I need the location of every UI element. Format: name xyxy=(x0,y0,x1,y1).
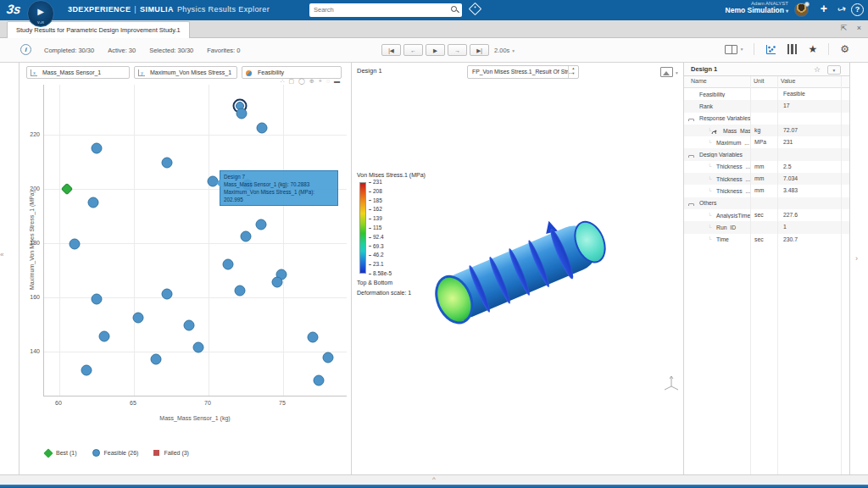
cell-unit xyxy=(750,221,777,233)
search-icon[interactable] xyxy=(451,6,457,12)
3d-viewer-panel[interactable]: Design 1 FP_Von Mises Stress.1_Result Of… xyxy=(352,63,683,474)
data-point[interactable] xyxy=(184,319,195,330)
table-row[interactable]: └Run_ID1 xyxy=(684,221,849,233)
spinner-up-icon[interactable]: ▴ xyxy=(572,66,574,70)
reset-view-icon[interactable]: ◌ xyxy=(326,78,330,85)
color-by-selector[interactable]: Feasibility xyxy=(242,66,342,79)
3dexperience-compass[interactable]: ▶ V+R xyxy=(27,0,54,27)
compass-vr-label: V+R xyxy=(28,20,53,25)
table-row[interactable]: └Timesec230.7 xyxy=(684,234,849,246)
data-point[interactable] xyxy=(88,197,99,208)
table-group-row[interactable]: −Design Variables xyxy=(684,148,849,160)
best-design-point[interactable] xyxy=(61,183,73,195)
data-point[interactable] xyxy=(222,258,233,269)
table-view-icon[interactable] xyxy=(787,44,797,54)
data-point[interactable] xyxy=(322,352,333,363)
collapse-minus-icon[interactable]: − xyxy=(688,203,694,207)
split-view-button[interactable]: ▾ xyxy=(725,45,743,54)
collapse-minus-icon[interactable]: − xyxy=(688,119,694,122)
user-block[interactable]: Adam ANALYST Nemo Simulation▾ xyxy=(726,1,788,14)
data-point[interactable] xyxy=(240,231,251,242)
playback-first-button[interactable]: |◀ xyxy=(381,44,401,56)
add-content-button[interactable]: + xyxy=(821,2,827,15)
data-point[interactable] xyxy=(151,353,162,364)
legend-label: Best (1) xyxy=(56,450,77,456)
data-point[interactable] xyxy=(91,142,102,153)
data-point[interactable] xyxy=(161,158,172,169)
tag-icon[interactable] xyxy=(469,3,482,16)
table-row[interactable]: └AnalysisTimesec227.6 xyxy=(684,209,849,221)
playback-speed-dropdown[interactable]: 2.00s▾ xyxy=(494,47,515,54)
info-icon[interactable]: i xyxy=(20,44,31,55)
x-axis-selector[interactable]: x Mass_Mass Sensor_1 xyxy=(26,66,130,79)
search-box[interactable] xyxy=(309,3,462,17)
table-row[interactable]: └Thickness_...mm7.034 xyxy=(684,173,849,185)
data-point[interactable] xyxy=(257,122,268,133)
result-plot-selector[interactable]: FP_Von Mises Stress.1_Result Of Str... ▴… xyxy=(467,65,579,79)
avatar[interactable] xyxy=(794,3,809,17)
legend-item[interactable]: Feasible (26) xyxy=(92,449,139,457)
snapshot-icon[interactable]: ▬ xyxy=(334,78,340,85)
data-point[interactable] xyxy=(255,219,266,230)
data-point[interactable] xyxy=(234,285,245,296)
box-select-icon[interactable]: ▢ xyxy=(288,78,294,85)
data-point[interactable] xyxy=(314,375,325,386)
float-panel-icon[interactable]: ⇱ xyxy=(841,24,848,32)
cell-gutter xyxy=(841,185,849,197)
data-point[interactable] xyxy=(308,331,319,342)
table-row[interactable]: └Mass_Mass...kg72.07 xyxy=(684,125,849,136)
data-point[interactable] xyxy=(98,330,109,341)
legend-item[interactable]: Best (1) xyxy=(45,450,77,457)
lasso-icon[interactable]: ◯ xyxy=(298,78,305,85)
scatter-plot-view-icon[interactable] xyxy=(765,44,776,55)
favorites-icon[interactable]: ★ xyxy=(808,44,817,54)
collapse-minus-icon[interactable]: − xyxy=(688,155,694,158)
data-point[interactable] xyxy=(91,293,102,304)
playback-next-button[interactable]: → xyxy=(448,44,467,56)
data-point[interactable] xyxy=(161,288,172,299)
y-axis-selector[interactable]: y Maximum_Von Mises Stress_1 xyxy=(134,66,237,79)
tree-branch-mark: └ xyxy=(708,188,711,193)
deformation-scale-note: Deformation scale: 1 xyxy=(357,290,411,296)
table-row[interactable]: FeasibilityFeasible xyxy=(684,88,849,100)
data-point[interactable] xyxy=(271,277,282,288)
plot-area[interactable] xyxy=(43,85,347,396)
expand-right-panel-icon[interactable]: › xyxy=(855,254,858,263)
data-point[interactable] xyxy=(133,312,144,323)
3d-model-viewport[interactable] xyxy=(424,199,619,343)
data-point[interactable] xyxy=(192,342,203,353)
y-tick-label: 140 xyxy=(21,348,40,354)
table-row[interactable]: Rank17 xyxy=(684,100,849,112)
zoom-icon[interactable]: ⊕ xyxy=(309,78,314,85)
sensor-icon xyxy=(712,130,717,133)
playback-previous-button[interactable]: ← xyxy=(403,44,423,56)
image-capture-icon[interactable] xyxy=(660,67,673,77)
playback-last-button[interactable]: ▶| xyxy=(470,44,489,56)
pan-icon[interactable]: ∴ xyxy=(281,78,284,85)
help-icon[interactable]: ? xyxy=(851,3,864,16)
bottom-expander[interactable]: ^ xyxy=(0,474,868,485)
table-row[interactable]: └Thickness_...mm3.483 xyxy=(684,185,849,197)
collapse-left-panel-icon[interactable]: « xyxy=(0,251,3,258)
settings-gear-icon[interactable]: ⚙ xyxy=(840,44,849,54)
table-group-row[interactable]: −Response Variables xyxy=(684,113,849,125)
data-point[interactable] xyxy=(69,238,80,249)
cell-name: └AnalysisTime xyxy=(684,213,750,219)
spinner-down-icon[interactable]: ▾ xyxy=(572,71,574,75)
playback-play-button[interactable]: ▶ xyxy=(426,44,445,56)
share-icon[interactable]: ↪ xyxy=(836,3,848,17)
close-icon[interactable]: × xyxy=(857,24,861,32)
chevron-down-icon[interactable]: ▾ xyxy=(676,70,678,75)
legend-item[interactable]: Failed (3) xyxy=(153,450,189,456)
table-row[interactable]: └Thickness_...mm2.5 xyxy=(684,161,849,173)
crosshair-icon[interactable]: + xyxy=(319,78,322,85)
data-point[interactable] xyxy=(236,108,247,119)
spinner-control[interactable]: ▴ ▾ xyxy=(568,66,578,78)
properties-collapse-button[interactable]: ▾ xyxy=(827,65,841,75)
favorite-star-icon[interactable]: ☆ xyxy=(814,65,821,74)
table-row[interactable]: └Maximum_...MPa231 xyxy=(684,136,849,148)
cell-name: Feasibility xyxy=(684,92,750,97)
search-input[interactable] xyxy=(314,4,445,15)
table-group-row[interactable]: −Others xyxy=(684,197,849,209)
data-point[interactable] xyxy=(81,364,92,375)
